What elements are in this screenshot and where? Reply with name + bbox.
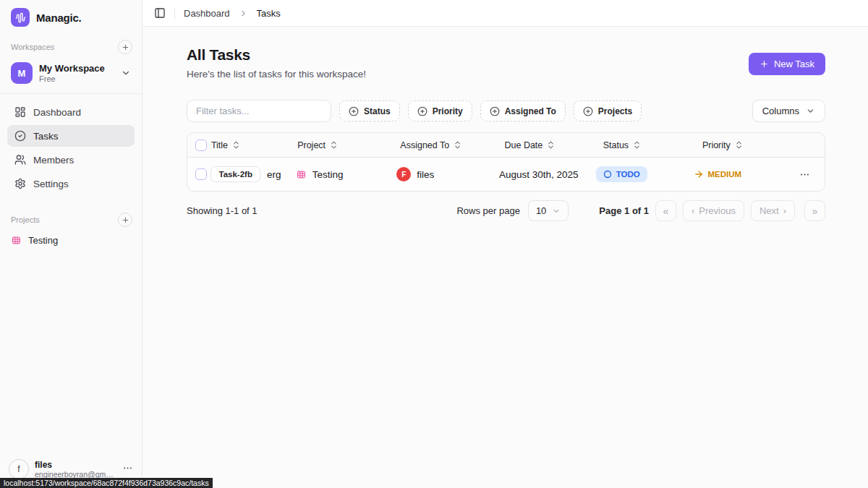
breadcrumb-dashboard[interactable]: Dashboard xyxy=(184,8,230,19)
filter-tasks-input[interactable] xyxy=(187,100,331,122)
sidebar-nav: Dashboard Tasks Members Settings xyxy=(0,94,142,194)
user-profile[interactable]: f files engineerboyran@gmail.com xyxy=(0,459,142,479)
main-area: Dashboard Tasks All Tasks Here's the lis… xyxy=(142,0,868,488)
column-header-project[interactable]: Project xyxy=(297,140,400,150)
filter-priority-button[interactable]: Priority xyxy=(408,100,472,121)
workspace-avatar: M xyxy=(11,62,33,84)
table-header-row: Title Project Assigned To Due Date Statu… xyxy=(187,133,825,158)
assignee-name: files xyxy=(417,169,434,180)
content: All Tasks Here's the list of tasks for t… xyxy=(142,27,868,488)
task-title: erg xyxy=(267,169,281,180)
task-id-badge: Task-2fb xyxy=(210,166,260,182)
add-workspace-button[interactable] xyxy=(118,40,132,54)
topbar: Dashboard Tasks xyxy=(142,0,868,27)
column-header-assigned-to[interactable]: Assigned To xyxy=(400,140,504,150)
page-info: Page 1 of 1 xyxy=(599,205,649,216)
circle-plus-icon xyxy=(349,106,359,116)
sidebar-item-tasks[interactable]: Tasks xyxy=(7,125,135,147)
first-page-button[interactable]: « xyxy=(655,200,676,221)
sort-icon xyxy=(632,140,642,150)
divider xyxy=(174,7,175,19)
goal-net-icon xyxy=(296,169,307,180)
select-all-checkbox[interactable] xyxy=(195,140,207,151)
add-project-button[interactable] xyxy=(118,213,132,227)
rows-per-page-select[interactable]: 10 xyxy=(528,200,569,221)
circle-plus-icon xyxy=(490,106,500,116)
users-icon xyxy=(14,154,26,166)
new-task-button[interactable]: New Task xyxy=(749,53,825,75)
user-name: files xyxy=(35,460,116,470)
user-menu-ellipsis-icon[interactable] xyxy=(122,463,133,476)
sidebar-item-settings[interactable]: Settings xyxy=(7,173,135,194)
link-preview-statusbar: localhost:5173/workspace/68ac872f4f936d7… xyxy=(0,478,213,488)
projects-label: Projects xyxy=(11,215,40,224)
table-toolbar: Status Priority Assigned To Projects Col… xyxy=(187,100,825,122)
chevron-right-icon: › xyxy=(783,205,786,216)
sort-icon xyxy=(231,140,241,150)
workspace-switcher[interactable]: M My Workspace Free xyxy=(0,57,142,94)
app-window: Managic. Workspaces M My Workspace Free xyxy=(0,0,868,488)
gear-icon xyxy=(14,178,26,189)
filter-projects-button[interactable]: Projects xyxy=(574,100,642,121)
tasks-table: Title Project Assigned To Due Date Statu… xyxy=(187,132,825,192)
arrow-right-icon xyxy=(694,169,704,179)
sidebar-item-label: Dashboard xyxy=(33,107,81,118)
priority-badge: MEDIUM xyxy=(694,169,799,179)
chevron-right-icon xyxy=(239,9,248,18)
filter-assigned-to-button[interactable]: Assigned To xyxy=(480,100,566,121)
sort-icon xyxy=(453,140,462,150)
workspace-name: My Workspace xyxy=(39,63,114,74)
circle-plus-icon xyxy=(417,106,427,116)
column-header-title[interactable]: Title xyxy=(211,140,241,150)
circle-plus-icon xyxy=(583,106,593,116)
project-name: Testing xyxy=(28,235,58,246)
sidebar-item-members[interactable]: Members xyxy=(7,149,135,171)
last-page-button[interactable]: » xyxy=(804,200,825,221)
sidebar-toggle-icon[interactable] xyxy=(154,7,166,19)
page-title: All Tasks xyxy=(187,46,366,64)
page-subtitle: Here's the list of tasks for this worksp… xyxy=(187,69,366,80)
column-header-priority[interactable]: Priority xyxy=(702,140,810,150)
sidebar-project-testing[interactable]: Testing xyxy=(0,230,142,251)
task-project: Testing xyxy=(312,169,344,180)
user-avatar: f xyxy=(9,459,29,479)
circle-check-icon xyxy=(14,130,26,142)
sort-icon xyxy=(734,140,744,150)
layout-dashboard-icon xyxy=(14,106,26,118)
assignee-avatar: F xyxy=(396,167,411,181)
goal-net-icon xyxy=(11,235,22,246)
app-logo-icon xyxy=(11,8,30,27)
breadcrumb-tasks: Tasks xyxy=(257,8,281,19)
status-circle-icon xyxy=(603,170,612,179)
app-name: Managic. xyxy=(36,12,82,24)
filter-status-button[interactable]: Status xyxy=(339,100,400,121)
projects-section-header: Projects xyxy=(0,206,142,230)
app-brand: Managic. xyxy=(0,0,142,33)
columns-button[interactable]: Columns xyxy=(752,100,825,122)
plus-icon xyxy=(760,59,769,69)
next-page-button[interactable]: Next › xyxy=(751,200,795,221)
task-due-date: August 30th, 2025 xyxy=(499,169,579,180)
sort-icon xyxy=(546,140,556,150)
chevron-down-icon xyxy=(552,207,561,215)
status-badge: TODO xyxy=(596,166,647,182)
row-checkbox[interactable] xyxy=(195,168,207,180)
rows-per-page-label: Rows per page xyxy=(456,205,519,216)
previous-page-button[interactable]: ‹ Previous xyxy=(683,200,744,221)
sort-icon xyxy=(329,140,339,150)
column-header-status[interactable]: Status xyxy=(603,140,702,150)
workspace-plan: Free xyxy=(39,74,114,83)
sidebar-item-label: Settings xyxy=(33,179,69,189)
sidebar-item-dashboard[interactable]: Dashboard xyxy=(7,101,135,123)
pagination-bar: Showing 1-1 of 1 Rows per page 10 Page 1… xyxy=(187,200,825,221)
workspaces-section-header: Workspaces xyxy=(0,33,142,57)
workspaces-label: Workspaces xyxy=(11,43,54,51)
column-header-due-date[interactable]: Due Date xyxy=(504,140,603,150)
chevron-left-icon: ‹ xyxy=(692,205,694,216)
row-actions-ellipsis-icon[interactable] xyxy=(799,169,810,180)
chevron-down-icon xyxy=(121,68,131,78)
sidebar-item-label: Tasks xyxy=(33,131,59,142)
table-row[interactable]: Task-2fb erg Testing F xyxy=(187,158,825,191)
chevron-down-icon xyxy=(806,106,815,116)
sidebar-item-label: Members xyxy=(33,155,74,166)
